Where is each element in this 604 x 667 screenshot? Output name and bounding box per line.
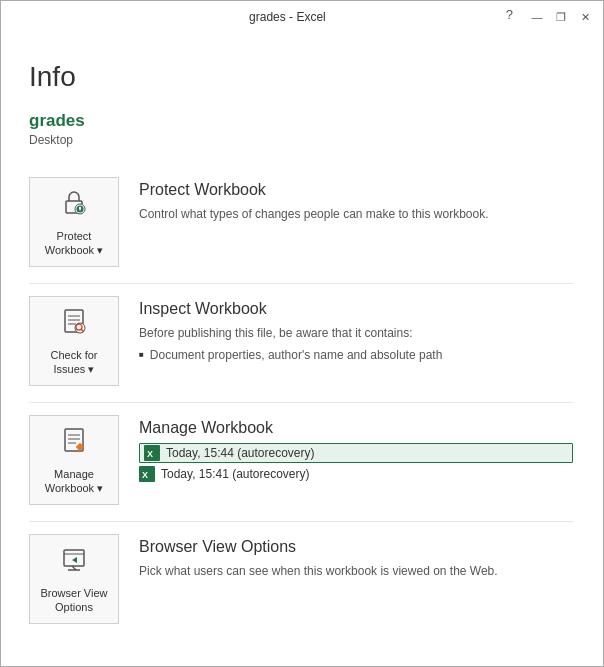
title-bar: grades - Excel ? — ❐ ✕ <box>1 1 603 33</box>
manage-workbook-button[interactable]: Manage Workbook ▾ <box>29 415 119 505</box>
divider-1 <box>29 283 573 284</box>
inspect-icon <box>58 306 90 342</box>
inspect-title: Inspect Workbook <box>139 300 573 318</box>
browser-title: Browser View Options <box>139 538 573 556</box>
manage-title: Manage Workbook <box>139 419 573 437</box>
svg-text:X: X <box>147 449 153 459</box>
check-issues-button[interactable]: Check for Issues ▾ <box>29 296 119 386</box>
protect-content: Protect Workbook Control what types of c… <box>139 177 573 223</box>
browser-view-section: Browser View Options Browser View Option… <box>29 526 573 632</box>
autorecovery-label-1: Today, 15:44 (autorecovery) <box>166 446 315 460</box>
autorecovery-item-1[interactable]: X Today, 15:44 (autorecovery) <box>139 443 573 463</box>
protect-workbook-button[interactable]: Protect Workbook ▾ <box>29 177 119 267</box>
content-area: Info grades Desktop <box>1 33 603 666</box>
main-panel: Info grades Desktop <box>1 33 603 666</box>
close-button[interactable]: ✕ <box>575 7 595 27</box>
minimize-button[interactable]: — <box>527 7 547 27</box>
page-title: Info <box>29 61 573 93</box>
protect-description: Control what types of changes people can… <box>139 205 573 223</box>
check-issues-label: Check for Issues ▾ <box>50 348 97 377</box>
browser-icon <box>58 544 90 580</box>
inspect-description: Before publishing this file, be aware th… <box>139 324 573 364</box>
protect-icon <box>58 187 90 223</box>
help-button[interactable]: ? <box>506 7 513 27</box>
browser-view-button[interactable]: Browser View Options <box>29 534 119 624</box>
inspect-content: Inspect Workbook Before publishing this … <box>139 296 573 364</box>
excel-icon-1: X <box>144 445 160 461</box>
excel-window: grades - Excel ? — ❐ ✕ Info grades Deskt… <box>0 0 604 667</box>
inspect-list-item: Document properties, author's name and a… <box>139 346 573 364</box>
svg-rect-20 <box>64 550 84 566</box>
browser-content: Browser View Options Pick what users can… <box>139 534 573 580</box>
window-controls: ? — ❐ ✕ <box>506 7 595 27</box>
svg-text:X: X <box>142 470 148 480</box>
excel-icon-2: X <box>139 466 155 482</box>
inspect-list: Document properties, author's name and a… <box>139 346 573 364</box>
manage-button-label: Manage Workbook ▾ <box>45 467 103 496</box>
autorecovery-label-2: Today, 15:41 (autorecovery) <box>161 467 310 481</box>
protect-button-label: Protect Workbook ▾ <box>45 229 103 258</box>
divider-3 <box>29 521 573 522</box>
protect-title: Protect Workbook <box>139 181 573 199</box>
inspect-workbook-section: Check for Issues ▾ Inspect Workbook Befo… <box>29 288 573 394</box>
window-title: grades - Excel <box>69 10 506 24</box>
restore-button[interactable]: ❐ <box>551 7 571 27</box>
manage-content: Manage Workbook X Today, 15:44 (autoreco… <box>139 415 573 485</box>
file-name: grades <box>29 111 573 131</box>
browser-description: Pick what users can see when this workbo… <box>139 562 573 580</box>
manage-workbook-section: Manage Workbook ▾ Manage Workbook X Toda… <box>29 407 573 513</box>
svg-rect-4 <box>79 208 80 210</box>
browser-view-label: Browser View Options <box>40 586 107 615</box>
autorecovery-item-2[interactable]: X Today, 15:41 (autorecovery) <box>139 466 573 482</box>
divider-2 <box>29 402 573 403</box>
manage-icon <box>58 425 90 461</box>
protect-workbook-section: Protect Workbook ▾ Protect Workbook Cont… <box>29 169 573 275</box>
file-location: Desktop <box>29 133 573 147</box>
